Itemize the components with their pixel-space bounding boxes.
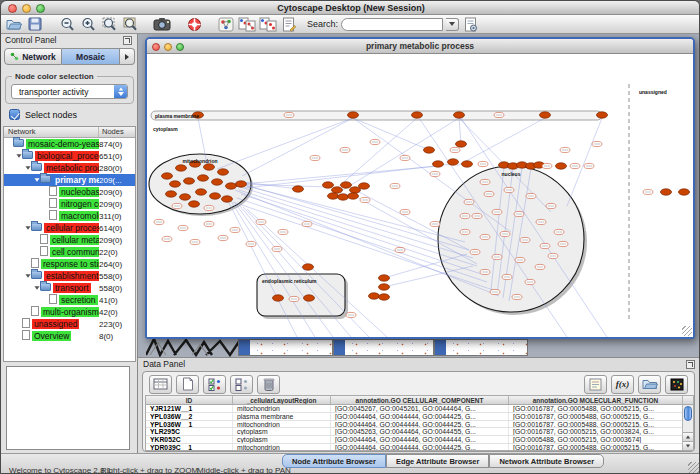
network-node[interactable] <box>540 112 551 118</box>
help-button[interactable] <box>185 16 203 32</box>
network-node[interactable] <box>379 294 390 300</box>
background-network-window[interactable] <box>434 339 528 356</box>
duplicate-network-button[interactable] <box>238 16 256 32</box>
network-node[interactable] <box>226 183 237 189</box>
network-node[interactable] <box>350 187 361 193</box>
tree-row[interactable]: transport558(0) <box>4 282 135 294</box>
network-node[interactable] <box>341 182 352 188</box>
network-node[interactable] <box>433 161 444 167</box>
annotation-button[interactable] <box>280 16 298 32</box>
app-resize-grip[interactable] <box>688 462 699 473</box>
create-attribute-button[interactable] <box>176 375 199 394</box>
scroll-up-button[interactable] <box>683 432 693 441</box>
tree-row[interactable]: unassigned223(0) <box>4 318 135 330</box>
network-node[interactable] <box>204 164 215 170</box>
tree-row[interactable]: establishment of lo558(0) <box>4 270 135 282</box>
network-node[interactable] <box>184 178 195 184</box>
table-row[interactable]: YJR121W__1mitochondrion[GO:0045267, GO:0… <box>146 405 693 413</box>
background-network-window[interactable] <box>333 339 434 356</box>
float-panel-icon[interactable] <box>686 360 695 369</box>
network-node[interactable] <box>166 191 177 197</box>
attribute-table[interactable]: ID_cellularLayoutRegionannotation.GO CEL… <box>145 395 694 451</box>
tab-mosaic[interactable]: Mosaic <box>62 48 120 65</box>
tree-row[interactable]: response to stimulu264(0) <box>4 258 135 270</box>
network-node[interactable] <box>348 193 359 199</box>
tree-row[interactable]: metabolic process280(0) <box>4 162 135 174</box>
window-resize-grip[interactable] <box>682 326 692 336</box>
network-node[interactable] <box>328 193 339 199</box>
network-node[interactable] <box>198 175 209 181</box>
tree-row[interactable]: Overview8(0) <box>4 330 135 342</box>
tree-row[interactable]: nitrogen compo209(0) <box>4 198 135 210</box>
attribute-browser-tab[interactable]: Edge Attribute Browser <box>386 454 489 468</box>
tree-row[interactable]: primary metabo209(... <box>4 174 135 186</box>
network-node[interactable] <box>661 189 672 195</box>
table-scrollbar[interactable] <box>682 405 693 450</box>
color-attribute-select[interactable]: transporter activity <box>11 84 128 99</box>
column-header[interactable]: ID <box>146 396 233 404</box>
network-node[interactable] <box>323 182 334 188</box>
network-node[interactable] <box>369 293 380 299</box>
network-node[interactable] <box>162 173 173 179</box>
network-node[interactable] <box>556 163 567 169</box>
network-node[interactable] <box>454 112 465 118</box>
network-node[interactable] <box>348 112 359 118</box>
unselect-all-attributes-button[interactable] <box>230 375 253 394</box>
table-row[interactable]: YKR052Ccytoplasm[GO:0044464, GO:0044446,… <box>146 436 693 444</box>
network-node[interactable] <box>462 161 473 167</box>
network-node[interactable] <box>273 295 284 301</box>
scrollbar-thumb[interactable] <box>684 406 692 421</box>
network-node[interactable] <box>210 193 221 199</box>
tree-row[interactable]: multi-organism pro42(0) <box>4 306 135 318</box>
table-row[interactable]: YLR295Ccytoplasm[GO:0045263, GO:0044464,… <box>146 428 693 436</box>
scroll-down-button[interactable] <box>683 441 693 450</box>
zoom-out-button[interactable] <box>58 16 76 32</box>
network-node[interactable] <box>679 189 690 195</box>
network-node[interactable] <box>196 189 207 195</box>
tree-row[interactable]: secretion41(0) <box>4 294 135 306</box>
network-node[interactable] <box>379 284 390 290</box>
network-window-titlebar[interactable]: primary metabolic process <box>147 39 693 54</box>
import-attributes-button[interactable] <box>638 375 661 394</box>
tree-row[interactable]: macromolecule311(0) <box>4 210 135 222</box>
select-all-attributes-button[interactable] <box>203 375 226 394</box>
column-header[interactable]: annotation.GO MOLECULAR_FUNCTION <box>509 396 683 404</box>
network-node[interactable] <box>412 112 423 118</box>
network-node[interactable] <box>379 275 390 281</box>
notes-button[interactable] <box>584 375 607 394</box>
select-nodes-checkbox[interactable] <box>9 109 20 120</box>
tab-overflow-button[interactable] <box>120 48 135 65</box>
attribute-browser-tab[interactable]: Network Attribute Browser <box>489 454 604 468</box>
network-node[interactable] <box>456 141 467 147</box>
column-header[interactable]: _cellularLayoutRegion <box>233 396 331 404</box>
delete-attribute-button[interactable] <box>257 375 280 394</box>
tab-network[interactable]: Network <box>4 48 62 65</box>
snapshot-button[interactable] <box>153 16 171 32</box>
column-header[interactable]: annotation.GO CELLULAR_COMPONENT <box>331 396 509 404</box>
network-node[interactable] <box>236 181 247 187</box>
network-node[interactable] <box>293 186 304 192</box>
tree-row[interactable]: cellular metabol209(0) <box>4 234 135 246</box>
network-node[interactable] <box>304 295 315 301</box>
zoom-selected-button[interactable] <box>121 16 139 32</box>
attribute-browser-tab[interactable]: Node Attribute Browser <box>282 454 386 468</box>
matrix-button[interactable] <box>665 375 688 394</box>
network-canvas[interactable]: plasma membranecytoplasmmitochondrionnuc… <box>147 54 693 337</box>
network-node[interactable] <box>189 201 200 207</box>
table-row[interactable]: YPL036W__2plasma membrane[GO:0044464, GO… <box>146 413 693 421</box>
float-panel-icon[interactable] <box>123 36 132 45</box>
function-builder-button[interactable]: f(x) <box>611 375 634 394</box>
open-session-button[interactable] <box>5 16 23 32</box>
select-attributes-button[interactable] <box>149 375 172 394</box>
tree-row[interactable]: cell communicat22(0) <box>4 246 135 258</box>
birdseye-view-panel[interactable] <box>6 366 130 450</box>
network-node[interactable] <box>212 179 223 185</box>
destroy-network-button[interactable] <box>259 16 277 32</box>
table-row[interactable]: YDR039C__1mitochondrion[GO:0044464, GO:0… <box>146 444 693 451</box>
network-node[interactable] <box>176 165 187 171</box>
network-node[interactable] <box>170 181 181 187</box>
network-overview-button[interactable] <box>217 16 235 32</box>
network-node[interactable] <box>180 194 191 200</box>
save-session-button[interactable] <box>26 16 44 32</box>
network-node[interactable] <box>218 169 229 175</box>
